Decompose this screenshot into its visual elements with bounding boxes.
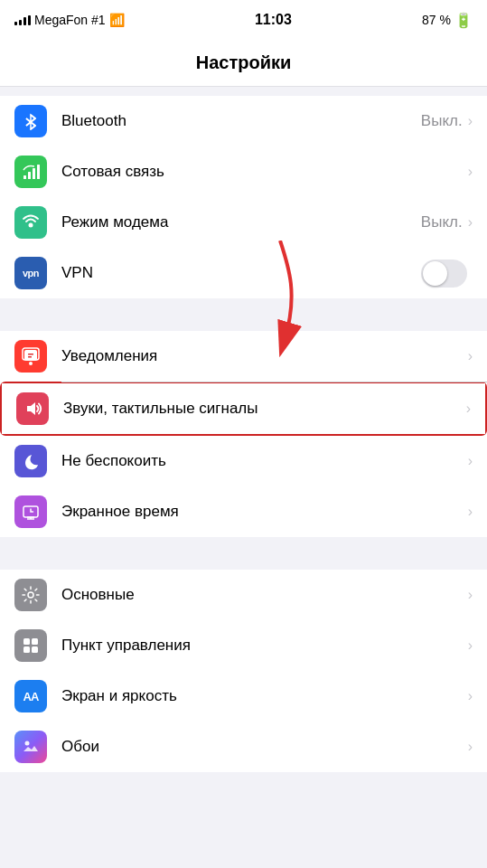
hotspot-value: Выкл. xyxy=(421,213,463,231)
row-hotspot[interactable]: Режим модема Выкл. › xyxy=(0,197,487,248)
svg-rect-2 xyxy=(23,175,26,179)
notifications-label: Уведомления xyxy=(61,347,468,365)
bluetooth-label: Bluetooth xyxy=(61,112,421,130)
status-left: MegaFon #1 📶 xyxy=(14,13,125,27)
row-vpn[interactable]: vpn VPN xyxy=(0,248,487,298)
general-label: Основные xyxy=(61,586,468,604)
bluetooth-value: Выкл. xyxy=(421,112,463,130)
dnd-label: Не беспокоить xyxy=(61,452,468,470)
sounds-icon-bg xyxy=(16,392,49,425)
row-display[interactable]: AA Экран и яркость › xyxy=(0,671,487,722)
status-right: 87 % 🔋 xyxy=(422,12,473,29)
signal-bar-3 xyxy=(23,17,26,25)
vpn-label: VPN xyxy=(61,264,421,282)
hotspot-chevron: › xyxy=(468,214,473,231)
row-bluetooth[interactable]: Bluetooth Выкл. › xyxy=(0,96,487,146)
notifications-icon-bg xyxy=(14,340,47,373)
notifications-icon xyxy=(21,346,41,366)
vpn-icon-text: vpn xyxy=(23,268,39,278)
sounds-chevron: › xyxy=(466,401,471,417)
svg-point-10 xyxy=(29,362,33,365)
screen-time-icon-bg xyxy=(14,495,47,528)
svg-rect-12 xyxy=(28,356,32,358)
notifications-chevron: › xyxy=(468,348,473,364)
screen-time-label: Экранное время xyxy=(61,503,468,521)
status-bar: MegaFon #1 📶 11:03 87 % 🔋 xyxy=(0,0,487,40)
sounds-icon xyxy=(23,399,42,419)
carrier-label: MegaFon #1 xyxy=(34,13,106,27)
svg-rect-20 xyxy=(32,638,38,645)
svg-point-23 xyxy=(25,741,30,746)
general-icon xyxy=(21,585,41,605)
vpn-toggle[interactable] xyxy=(421,259,467,288)
svg-rect-22 xyxy=(32,646,38,653)
vpn-icon-bg: vpn xyxy=(14,257,47,289)
vpn-toggle-knob xyxy=(423,261,447,286)
general-icon-bg xyxy=(14,579,47,611)
dnd-icon-bg xyxy=(14,445,47,477)
notifications-section-wrapper: Уведомления › Звуки, тактильные сигналы … xyxy=(0,331,487,537)
row-dnd[interactable]: Не беспокоить › xyxy=(0,436,487,486)
bluetooth-icon-bg xyxy=(14,105,47,137)
svg-point-18 xyxy=(28,592,33,598)
svg-point-6 xyxy=(29,223,33,228)
section-gap-2 xyxy=(0,298,487,331)
control-center-chevron: › xyxy=(468,637,473,654)
row-control-center[interactable]: Пункт управления › xyxy=(0,620,487,671)
svg-rect-4 xyxy=(33,168,35,179)
screen-time-chevron: › xyxy=(468,504,473,520)
svg-rect-11 xyxy=(28,354,33,355)
dnd-icon xyxy=(21,451,41,471)
wallpaper-icon-bg xyxy=(14,731,47,763)
wallpaper-label: Обои xyxy=(61,738,468,756)
signal-bar-4 xyxy=(28,15,31,25)
row-cellular[interactable]: Сотовая связь › xyxy=(0,146,487,197)
hotspot-icon xyxy=(21,212,41,232)
control-center-icon xyxy=(21,636,41,656)
svg-rect-21 xyxy=(23,646,30,653)
signal-bar-1 xyxy=(14,22,17,25)
status-time: 11:03 xyxy=(255,12,292,28)
display-label: Экран и яркость xyxy=(61,687,468,705)
page-title: Настройки xyxy=(196,52,292,73)
display-icon-bg: AA xyxy=(14,680,47,712)
bluetooth-chevron: › xyxy=(468,113,473,129)
row-sounds[interactable]: Звуки, тактильные сигналы › xyxy=(2,383,485,434)
general-chevron: › xyxy=(468,587,473,603)
wallpaper-icon xyxy=(21,737,41,757)
svg-rect-3 xyxy=(28,172,31,179)
display-icon-text: AA xyxy=(23,690,39,703)
cellular-label: Сотовая связь xyxy=(61,163,468,181)
sounds-label: Звуки, тактильные сигналы xyxy=(63,400,466,418)
hotspot-label: Режим модема xyxy=(61,213,421,231)
svg-rect-8 xyxy=(24,350,37,361)
section-gap-1 xyxy=(0,87,487,96)
dnd-chevron: › xyxy=(468,453,473,469)
bluetooth-icon xyxy=(22,112,40,130)
row-notifications[interactable]: Уведомления › xyxy=(0,331,487,382)
svg-rect-19 xyxy=(23,638,30,645)
row-general[interactable]: Основные › xyxy=(0,570,487,620)
svg-rect-5 xyxy=(37,165,40,179)
battery-icon: 🔋 xyxy=(454,12,473,29)
wifi-icon: 📶 xyxy=(109,13,125,27)
general-section: Основные › Пункт управления › AA Экран и… xyxy=(0,570,487,772)
battery-label: 87 % xyxy=(422,13,451,27)
signal-bar-2 xyxy=(19,20,22,25)
cellular-icon xyxy=(22,163,40,181)
svg-marker-13 xyxy=(27,402,35,415)
notifications-section: Уведомления › Звуки, тактильные сигналы … xyxy=(0,331,487,537)
cellular-chevron: › xyxy=(468,164,473,180)
connectivity-section: Bluetooth Выкл. › Сотовая связь › Режим … xyxy=(0,96,487,298)
cellular-icon-bg xyxy=(14,156,47,188)
row-wallpaper[interactable]: Обои › xyxy=(0,722,487,772)
signal-bars xyxy=(14,15,31,25)
hotspot-icon-bg xyxy=(14,206,47,239)
section-gap-3 xyxy=(0,537,487,570)
control-center-icon-bg xyxy=(14,629,47,662)
display-chevron: › xyxy=(468,688,473,704)
control-center-label: Пункт управления xyxy=(61,637,468,655)
row-screen-time[interactable]: Экранное время › xyxy=(0,486,487,537)
row-sounds-highlighted[interactable]: Звуки, тактильные сигналы › xyxy=(0,382,487,436)
screen-time-icon xyxy=(21,502,41,522)
